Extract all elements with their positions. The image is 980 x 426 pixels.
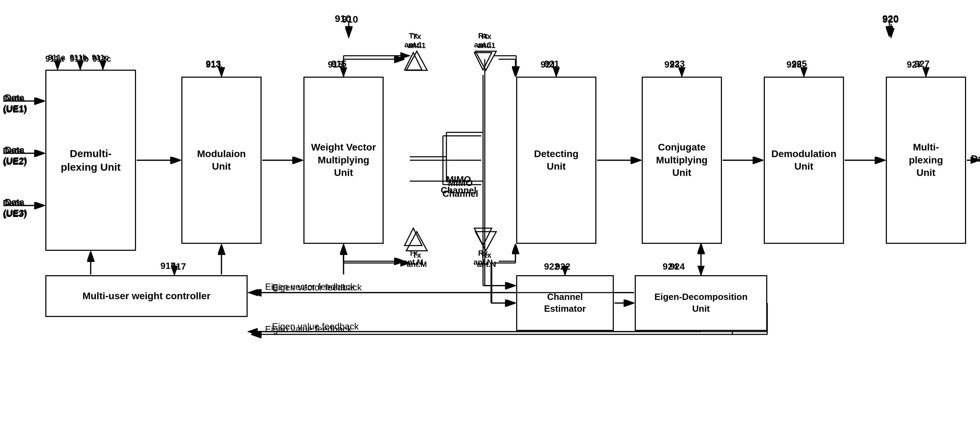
eigendecomp-block: Eigen-Decomposition Unit <box>635 275 767 331</box>
svg-marker-100 <box>406 232 427 251</box>
rx-antn-svg <box>474 230 498 253</box>
eigen-vec-feedback-label: Eigen vector feedback <box>272 282 362 293</box>
ref-922-label: 922 <box>555 261 570 272</box>
demod-block: Demodulation Unit <box>764 77 844 244</box>
mux-block: Multi- plexing Unit <box>886 77 966 244</box>
demux-block: Demulti- plexing Unit <box>45 70 136 251</box>
mod-block: Modulaion Unit <box>181 77 262 244</box>
ref-915-label: 915 <box>331 59 346 69</box>
svg-marker-102 <box>475 232 496 251</box>
ref-910-label: 910 <box>335 13 351 24</box>
ref-911b-label: 911b <box>70 53 87 62</box>
svg-marker-99 <box>406 51 427 70</box>
wvm-block: Weight Vector Multiplying Unit <box>304 77 383 244</box>
data-ue3-text: Data(UE3) <box>3 198 27 219</box>
ref-920-label: 920 <box>882 13 899 24</box>
tx-antm-svg <box>404 230 429 253</box>
conjmul-block: Conjugate Multiplying Unit <box>642 77 722 244</box>
tx-ant1-label-text: Txant.1 <box>403 32 431 50</box>
mimo-label: MIMOChannel <box>433 174 485 196</box>
rx-ant1-label-text: Rxant.1 <box>473 32 501 50</box>
output-data-text: Data <box>971 153 980 164</box>
rx-antn-label-text: Rxant.N <box>473 251 501 269</box>
rx-ant1-svg <box>474 49 498 72</box>
ref-913-label: 913 <box>206 59 221 69</box>
svg-marker-101 <box>475 51 496 70</box>
chanest-block: Channel Estimator <box>516 275 614 331</box>
ref-921-label: 921 <box>544 59 559 69</box>
tx-antm-label-text: Txant.M <box>403 251 431 269</box>
ref-911c-label: 911c <box>92 53 109 62</box>
data-ue2-text: Data(UE2) <box>3 146 27 167</box>
ref-911a-label: 911a <box>48 53 65 62</box>
diagram: 910 920 911a 911b 911c 913 915 921 923 9… <box>0 0 980 426</box>
eigen-val-feedback-label: Eigen value feedback <box>272 321 359 332</box>
muweight-block: Multi-user weight controller <box>45 275 248 317</box>
ref-927-label: 927 <box>915 59 929 69</box>
detect-block: Detecting Unit <box>516 77 597 244</box>
ref-925-label: 925 <box>792 59 807 69</box>
ref-917-label: 917 <box>171 261 186 272</box>
data-ue1-text: Data(UE1) <box>3 93 27 115</box>
ref-924-label: 924 <box>670 261 685 272</box>
ref-923-label: 923 <box>670 59 685 69</box>
tx-ant1-svg <box>404 49 429 72</box>
